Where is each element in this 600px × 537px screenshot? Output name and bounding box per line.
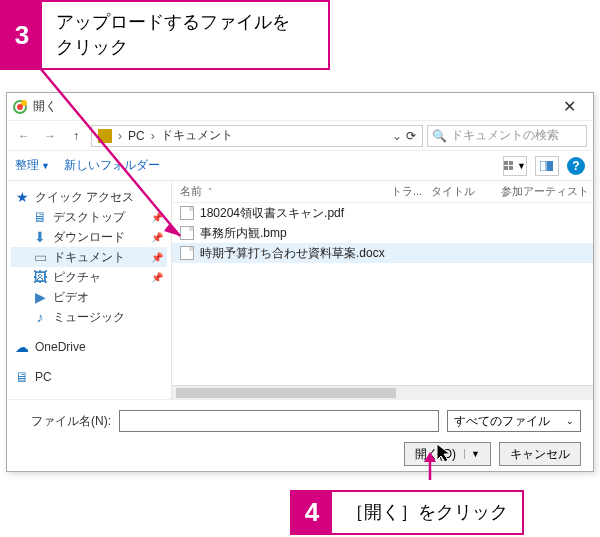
sidebar-item-documents[interactable]: ▭ ドキュメント 📌: [11, 247, 167, 267]
file-name: 180204領収書スキャン.pdf: [200, 205, 344, 222]
star-icon: ★: [15, 190, 29, 204]
filename-input[interactable]: [119, 410, 439, 432]
close-button[interactable]: ✕: [551, 97, 587, 116]
file-row[interactable]: 事務所内観.bmp: [172, 223, 593, 243]
svg-rect-2: [504, 161, 508, 165]
sidebar-item-pictures[interactable]: 🖼 ピクチャ 📌: [11, 267, 167, 287]
view-options-button[interactable]: ▼: [503, 156, 527, 176]
pc-icon: 🖥: [15, 370, 29, 384]
pane-icon: [540, 161, 554, 171]
sidebar-item-network[interactable]: 🖧 ネットワーク: [11, 397, 167, 399]
toolbar: 整理 ▼ 新しいフォルダー ▼ ?: [7, 151, 593, 181]
preview-pane-button[interactable]: [535, 156, 559, 176]
sidebar-item-music[interactable]: ♪ ミュージック: [11, 307, 167, 327]
annotation-number: 3: [2, 2, 42, 68]
nav-up-button[interactable]: ↑: [65, 125, 87, 147]
chevron-right-icon: ›: [151, 129, 155, 143]
search-icon: 🔍: [432, 129, 447, 143]
breadcrumb[interactable]: › PC › ドキュメント ⌄ ⟳: [91, 125, 423, 147]
sort-asc-icon: ˄: [208, 187, 213, 197]
pictures-icon: 🖼: [33, 270, 47, 284]
sidebar-item-label: ドキュメント: [53, 249, 125, 266]
onedrive-icon: ☁: [15, 340, 29, 354]
pin-icon: 📌: [151, 252, 163, 263]
annotation-text: ［開く］をクリック: [332, 492, 522, 533]
file-name: 事務所内観.bmp: [200, 225, 287, 242]
svg-rect-3: [509, 161, 513, 165]
breadcrumb-segment[interactable]: PC: [128, 129, 145, 143]
open-button-label: 開く(O): [415, 446, 456, 463]
documents-icon: ▭: [33, 250, 47, 264]
sidebar: ★ クイック アクセス 🖥 デスクトップ 📌 ⬇ ダウンロード 📌 ▭ ドキュメ…: [7, 181, 172, 399]
cancel-button[interactable]: キャンセル: [499, 442, 581, 466]
open-button[interactable]: 開く(O) ▼: [404, 442, 491, 466]
chevron-down-icon: ▼: [517, 161, 526, 171]
dialog-title: 開く: [33, 98, 57, 115]
pin-icon: 📌: [151, 212, 163, 223]
sidebar-item-label: ミュージック: [53, 309, 125, 326]
chevron-down-icon: ▼: [41, 161, 50, 171]
titlebar: 開く ✕: [7, 93, 593, 121]
desktop-icon: 🖥: [33, 210, 47, 224]
file-open-dialog: 開く ✕ ← → ↑ › PC › ドキュメント ⌄ ⟳ 🔍 ドキュメントの検索…: [6, 92, 594, 472]
chrome-icon: [13, 100, 27, 114]
search-input[interactable]: 🔍 ドキュメントの検索: [427, 125, 587, 147]
pin-icon: 📌: [151, 272, 163, 283]
sidebar-item-desktop[interactable]: 🖥 デスクトップ 📌: [11, 207, 167, 227]
nav-back-button[interactable]: ←: [13, 125, 35, 147]
file-name: 時期予算打ち合わせ資料草案.docx: [200, 245, 385, 262]
sidebar-item-onedrive[interactable]: ☁ OneDrive: [11, 337, 167, 357]
sidebar-item-label: ダウンロード: [53, 229, 125, 246]
sidebar-item-pc[interactable]: 🖥 PC: [11, 367, 167, 387]
column-header-artist[interactable]: 参加アーティスト: [501, 184, 593, 199]
file-row[interactable]: 180204領収書スキャン.pdf: [172, 203, 593, 223]
sidebar-item-label: ピクチャ: [53, 269, 101, 286]
sidebar-item-downloads[interactable]: ⬇ ダウンロード 📌: [11, 227, 167, 247]
svg-rect-5: [509, 166, 513, 170]
svg-rect-6: [540, 161, 546, 171]
sidebar-item-label: OneDrive: [35, 340, 86, 354]
file-list: 名前 ˄ トラ... タイトル 参加アーティスト 180204領収書スキャン.p…: [172, 181, 593, 399]
new-folder-button[interactable]: 新しいフォルダー: [64, 157, 160, 174]
cancel-button-label: キャンセル: [510, 446, 570, 463]
sidebar-item-label: PC: [35, 370, 52, 384]
file-list-header: 名前 ˄ トラ... タイトル 参加アーティスト: [172, 181, 593, 203]
refresh-button[interactable]: ⟳: [406, 129, 416, 143]
help-button[interactable]: ?: [567, 157, 585, 175]
column-header-track[interactable]: トラ...: [391, 184, 431, 199]
breadcrumb-segment[interactable]: ドキュメント: [161, 127, 233, 144]
column-label: 名前: [180, 184, 202, 199]
chevron-down-icon[interactable]: ⌄: [392, 129, 402, 143]
filetype-filter[interactable]: すべてのファイル ⌄: [447, 410, 581, 432]
sidebar-item-videos[interactable]: ▶ ビデオ: [11, 287, 167, 307]
filename-label: ファイル名(N):: [19, 413, 111, 430]
column-header-title[interactable]: タイトル: [431, 184, 501, 199]
sidebar-item-quick-access[interactable]: ★ クイック アクセス: [11, 187, 167, 207]
organize-label: 整理: [15, 157, 39, 174]
main-area: ★ クイック アクセス 🖥 デスクトップ 📌 ⬇ ダウンロード 📌 ▭ ドキュメ…: [7, 181, 593, 399]
downloads-icon: ⬇: [33, 230, 47, 244]
sidebar-item-label: ネットワーク: [35, 399, 107, 400]
chevron-right-icon: ›: [118, 129, 122, 143]
file-row[interactable]: 時期予算打ち合わせ資料草案.docx: [172, 243, 593, 263]
sidebar-item-label: デスクトップ: [53, 209, 125, 226]
scrollbar-thumb[interactable]: [176, 388, 396, 398]
sidebar-item-label: クイック アクセス: [35, 189, 134, 206]
filter-label: すべてのファイル: [454, 413, 550, 430]
music-icon: ♪: [33, 310, 47, 324]
nav-forward-button[interactable]: →: [39, 125, 61, 147]
videos-icon: ▶: [33, 290, 47, 304]
organize-menu[interactable]: 整理 ▼: [15, 157, 50, 174]
column-header-name[interactable]: 名前 ˄: [172, 184, 391, 199]
svg-rect-4: [504, 166, 508, 170]
annotation-number: 4: [292, 492, 332, 533]
chevron-down-icon: ⌄: [566, 416, 574, 426]
chevron-down-icon: ▼: [464, 449, 480, 459]
dialog-footer: ファイル名(N): すべてのファイル ⌄ 開く(O) ▼ キャンセル: [7, 399, 593, 478]
annotation-text: アップロードするファイルを クリック: [42, 2, 304, 68]
view-icon: [504, 161, 515, 171]
horizontal-scrollbar[interactable]: [172, 385, 593, 399]
search-placeholder: ドキュメントの検索: [451, 127, 559, 144]
file-rows: 180204領収書スキャン.pdf 事務所内観.bmp 時期予算打ち合わせ資料草…: [172, 203, 593, 385]
nav-row: ← → ↑ › PC › ドキュメント ⌄ ⟳ 🔍 ドキュメントの検索: [7, 121, 593, 151]
